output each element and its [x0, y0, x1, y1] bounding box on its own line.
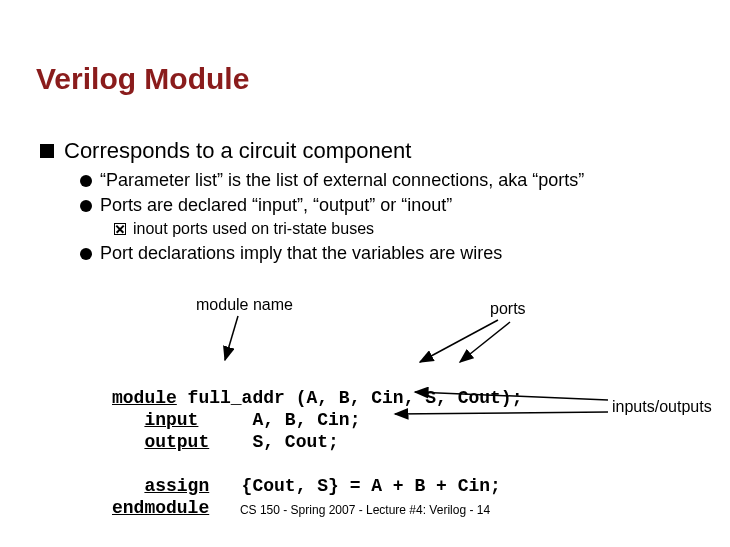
bullet-l2a-text: “Parameter list” is the list of external… [100, 170, 584, 191]
code-output-line: S, Cout; [209, 432, 339, 452]
square-bullet-icon [40, 144, 54, 158]
kw-assign: assign [144, 476, 209, 496]
bullet-l2b: Ports are declared “input”, “output” or … [80, 195, 452, 216]
slide-footer: CS 150 - Spring 2007 - Lecture #4: Veril… [0, 503, 730, 517]
bullet-l2c: Port declarations imply that the variabl… [80, 243, 502, 264]
circle-bullet-icon [80, 248, 92, 260]
svg-line-1 [420, 320, 498, 362]
bullet-l1: Corresponds to a circuit component [40, 138, 411, 164]
annotation-inputs-outputs: inputs/outputs [612, 398, 712, 416]
annotation-module-name: module name [196, 296, 293, 314]
code-module-line: full_addr (A, B, Cin, S, Cout); [177, 388, 523, 408]
code-block: module full_addr (A, B, Cin, S, Cout); i… [112, 365, 522, 519]
circle-bullet-icon [80, 200, 92, 212]
code-assign-line: {Cout, S} = A + B + Cin; [209, 476, 501, 496]
annotation-ports: ports [490, 300, 526, 318]
bullet-l2a: “Parameter list” is the list of external… [80, 170, 584, 191]
code-input-line: A, B, Cin; [198, 410, 360, 430]
slide-title: Verilog Module [36, 62, 249, 96]
bullet-l2c-text: Port declarations imply that the variabl… [100, 243, 502, 264]
kw-output: output [144, 432, 209, 452]
bullet-l2b-text: Ports are declared “input”, “output” or … [100, 195, 452, 216]
kw-module: module [112, 388, 177, 408]
bullet-l3a-text: inout ports used on tri-state buses [133, 220, 374, 238]
kw-input: input [144, 410, 198, 430]
x-box-bullet-icon [114, 223, 126, 235]
bullet-l1-text: Corresponds to a circuit component [64, 138, 411, 164]
bullet-l3a: inout ports used on tri-state buses [114, 220, 374, 238]
svg-line-2 [460, 322, 510, 362]
circle-bullet-icon [80, 175, 92, 187]
svg-line-0 [225, 316, 238, 360]
